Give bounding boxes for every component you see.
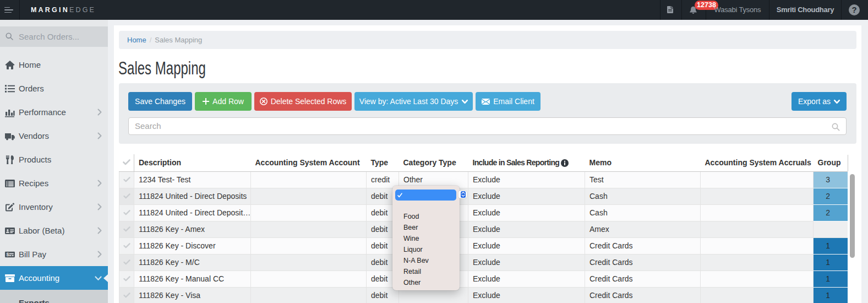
svg-text:$: $ (6, 252, 9, 257)
